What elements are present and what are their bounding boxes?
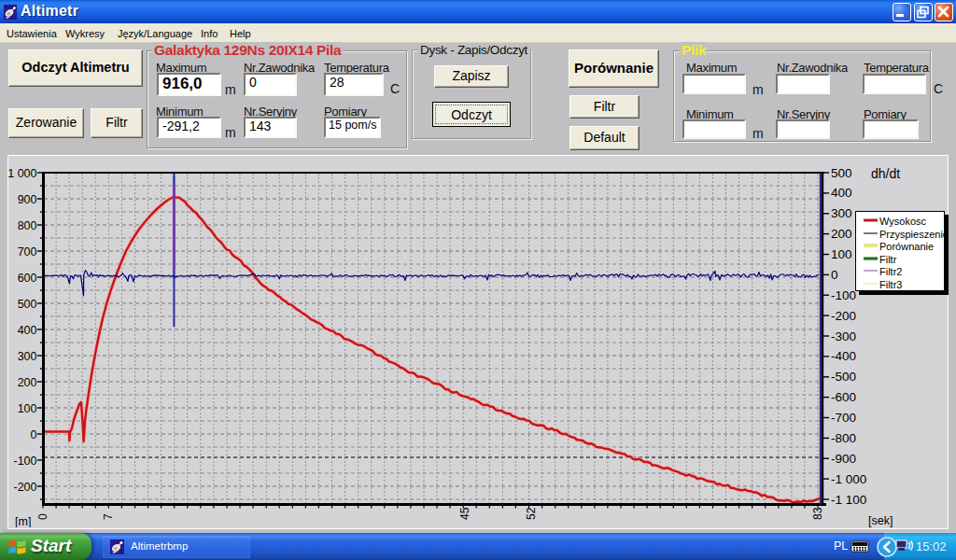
svg-text:400: 400 <box>831 186 852 200</box>
svg-text:100: 100 <box>831 247 852 261</box>
svg-text:400: 400 <box>18 324 37 337</box>
svg-text:-800: -800 <box>831 431 856 445</box>
svg-text:1 000: 1 000 <box>8 167 37 180</box>
svg-text:700: 700 <box>18 245 37 259</box>
svg-text:-600: -600 <box>831 390 856 404</box>
svg-text:-100: -100 <box>13 455 36 468</box>
svg-text:-200: -200 <box>831 309 856 323</box>
svg-text:100: 100 <box>18 402 37 415</box>
svg-text:-1 000: -1 000 <box>831 472 866 486</box>
svg-text:900: 900 <box>18 193 37 206</box>
svg-text:-400: -400 <box>831 349 856 363</box>
svg-text:[sek]: [sek] <box>868 514 893 527</box>
svg-text:300: 300 <box>831 206 852 220</box>
svg-text:-700: -700 <box>831 411 856 425</box>
svg-text:500: 500 <box>18 298 37 311</box>
svg-text:0: 0 <box>831 268 838 282</box>
svg-text:-900: -900 <box>831 452 856 466</box>
svg-text:-300: -300 <box>831 329 856 343</box>
svg-text:300: 300 <box>18 350 37 363</box>
svg-text:83: 83 <box>811 507 824 520</box>
svg-text:-200: -200 <box>13 481 36 494</box>
svg-text:52: 52 <box>525 507 538 520</box>
svg-text:600: 600 <box>18 272 37 285</box>
svg-text:dh/dt: dh/dt <box>871 166 900 181</box>
svg-text:0: 0 <box>31 428 37 441</box>
svg-text:-100: -100 <box>831 288 856 302</box>
svg-text:200: 200 <box>18 376 37 389</box>
svg-text:-1 100: -1 100 <box>831 493 866 507</box>
svg-text:7: 7 <box>102 513 115 520</box>
svg-text:800: 800 <box>18 219 37 232</box>
svg-text:[m]: [m] <box>15 515 31 527</box>
svg-text:0: 0 <box>36 513 49 520</box>
svg-text:200: 200 <box>831 227 852 241</box>
svg-text:500: 500 <box>831 166 852 180</box>
svg-text:-500: -500 <box>831 370 856 384</box>
svg-text:45: 45 <box>458 507 471 520</box>
